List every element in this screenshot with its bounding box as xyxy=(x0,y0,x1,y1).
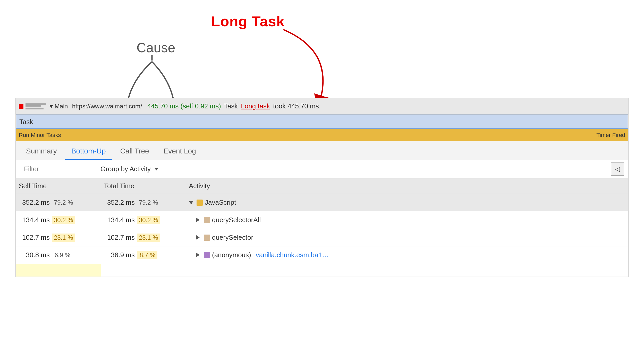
activity-label-0: JavaScript xyxy=(205,199,236,206)
table-row[interactable]: 352.2 ms 79.2 % 352.2 ms 79.2 % JavaScri… xyxy=(16,194,628,211)
table-row[interactable]: 30.8 ms 6.9 % 38.9 ms 8.7 % (anonymous) … xyxy=(16,246,628,264)
cell-total-time-1: 134.4 ms 30.2 % xyxy=(104,216,189,224)
cell-activity-1[interactable]: querySelectorAll xyxy=(189,216,625,224)
activity-link-3[interactable]: vanilla.chunk.esm.ba1… xyxy=(256,251,329,259)
cell-activity-3[interactable]: (anonymous) vanilla.chunk.esm.ba1… xyxy=(189,251,625,259)
th-self-time: Self Time xyxy=(19,182,104,190)
long-task-link[interactable]: Long task xyxy=(241,102,270,110)
th-activity: Activity xyxy=(189,182,625,190)
th-total-time: Total Time xyxy=(104,182,189,190)
status-task: Task xyxy=(224,102,238,110)
filter-row: Group by Activity ◁ xyxy=(16,160,628,178)
table-row[interactable]: 134.4 ms 30.2 % 134.4 ms 30.2 % querySel… xyxy=(16,211,628,229)
chevron-down-icon xyxy=(154,168,158,170)
filter-divider xyxy=(94,164,94,174)
main-url: https://www.walmart.com/ xyxy=(72,103,142,110)
tab-bottom-up[interactable]: Bottom-Up xyxy=(65,143,112,160)
timeline-bar: ▾ Main https://www.walmart.com/ 445.70 m… xyxy=(16,98,628,115)
red-indicator xyxy=(19,104,23,109)
subtask-left: Run Minor Tasks xyxy=(19,132,61,139)
time-green: 445.70 ms (self 0.92 ms) xyxy=(147,102,221,110)
activity-icon-2 xyxy=(204,235,210,241)
expand-icon-1[interactable] xyxy=(196,218,200,222)
expand-icon-0[interactable] xyxy=(189,201,193,204)
timeline-status: 445.70 ms (self 0.92 ms) Task Long task … xyxy=(147,102,625,110)
tab-summary[interactable]: Summary xyxy=(20,143,63,160)
collapse-button[interactable]: ◁ xyxy=(611,162,624,176)
cell-self-time-0: 352.2 ms 79.2 % xyxy=(19,199,104,207)
devtools-panel: ▾ Main https://www.walmart.com/ 445.70 m… xyxy=(15,98,629,277)
cell-total-time-3: 38.9 ms 8.7 % xyxy=(104,251,189,259)
tab-event-log[interactable]: Event Log xyxy=(157,143,202,160)
activity-icon-3 xyxy=(204,252,210,258)
group-by-label: Group by Activity xyxy=(100,165,151,173)
task-label: Task xyxy=(19,118,33,126)
cause-annotation: Cause xyxy=(137,40,175,55)
activity-label-1: querySelectorAll xyxy=(212,216,261,224)
task-row[interactable]: Task xyxy=(16,115,628,129)
expand-icon-3[interactable] xyxy=(196,253,200,257)
cell-self-time-2: 102.7 ms 23.1 % xyxy=(19,234,104,242)
tabs-row: Summary Bottom-Up Call Tree Event Log xyxy=(16,141,628,160)
tab-call-tree[interactable]: Call Tree xyxy=(114,143,155,160)
subtask-right: Timer Fired xyxy=(596,132,625,139)
table-row[interactable]: 102.7 ms 23.1 % 102.7 ms 23.1 % querySel… xyxy=(16,229,628,246)
subtask-row: Run Minor Tasks Timer Fired xyxy=(16,129,628,141)
status-suffix: took 445.70 ms. xyxy=(273,102,321,110)
cell-self-time-1: 134.4 ms 30.2 % xyxy=(19,216,104,224)
table-row-empty xyxy=(16,264,628,277)
long-task-annotation: Long Task xyxy=(211,13,285,30)
activity-icon-1 xyxy=(204,217,210,223)
table-header: Self Time Total Time Activity xyxy=(16,178,628,194)
activity-label-2: querySelector xyxy=(212,234,253,242)
cell-total-time-2: 102.7 ms 23.1 % xyxy=(104,234,189,242)
main-label: ▾ Main xyxy=(50,103,68,110)
cell-self-time-3: 30.8 ms 6.9 % xyxy=(19,251,104,259)
cell-total-time-0: 352.2 ms 79.2 % xyxy=(104,199,189,207)
expand-icon-2[interactable] xyxy=(196,235,200,240)
cell-activity-2[interactable]: querySelector xyxy=(189,234,625,242)
group-by-select[interactable]: Group by Activity xyxy=(96,163,163,175)
activity-icon-0 xyxy=(197,200,203,206)
cell-activity-0[interactable]: JavaScript xyxy=(189,199,625,206)
activity-label-3: (anonymous) xyxy=(212,251,251,259)
filter-input[interactable] xyxy=(20,163,92,175)
